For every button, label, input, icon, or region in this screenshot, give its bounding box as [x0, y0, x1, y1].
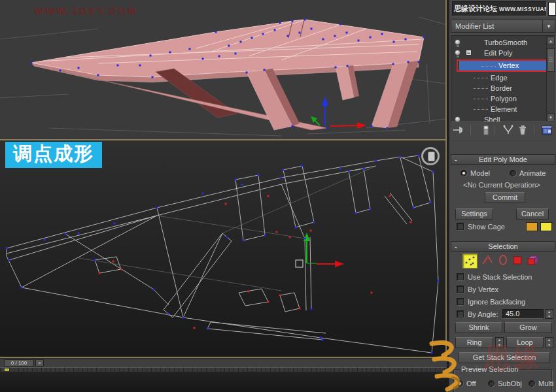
grow-button[interactable]: Grow [504, 322, 552, 333]
rollout-collapse-icon: - [455, 155, 457, 164]
track-bar[interactable] [0, 367, 447, 372]
by-angle-spinner[interactable]: ▲▼ [545, 309, 553, 319]
watermark-3dxy: WWW.3DXY.COM [34, 5, 138, 16]
commit-button[interactable]: Commit [485, 192, 525, 203]
3dsmax-screen: WWW.3DXY.COM [0, 0, 556, 392]
viewport-wireframe[interactable]: 调点成形 [0, 140, 447, 357]
time-slider-bar: 0 / 100 > [0, 358, 447, 367]
stack-item-border[interactable]: Border [451, 83, 547, 93]
shaded-model-svg [0, 0, 447, 139]
subobject-element-button[interactable] [525, 253, 540, 269]
radio-model[interactable] [460, 170, 467, 176]
rollout-collapse-icon: - [455, 242, 457, 251]
scroll-up-icon[interactable]: ▲ [547, 37, 555, 45]
radio-preview-multi[interactable] [529, 380, 535, 387]
stack-item-polygon[interactable]: Polygon [451, 93, 547, 104]
loop-spinner[interactable]: ▲▼ [545, 337, 553, 348]
object-color-swatch[interactable] [548, 2, 556, 16]
cage-color-swatch-2[interactable] [540, 222, 552, 231]
stack-item-element[interactable]: Element [451, 104, 547, 114]
border-icon [496, 253, 510, 267]
viewport-shaded[interactable]: WWW.3DXY.COM [0, 0, 447, 139]
cancel-button[interactable]: Cancel [516, 208, 549, 220]
subobject-polygon-button[interactable] [511, 253, 526, 269]
watermark-missyuan-cn: 思缘设计论坛 [454, 5, 497, 12]
polygon-icon [511, 253, 525, 267]
subobject-edge-button[interactable] [481, 253, 496, 269]
next-frame-button[interactable]: > [35, 359, 44, 367]
watermark-missyuan-en: WWW.MISSYUAN.COM [499, 6, 547, 12]
visibility-bulb-icon[interactable] [455, 39, 460, 45]
stack-item-edge[interactable]: Edge [451, 73, 547, 83]
show-cage-checkbox[interactable] [457, 223, 464, 230]
rollout-selection[interactable]: - Selection [451, 241, 555, 252]
visibility-bulb-icon[interactable] [455, 50, 460, 56]
by-angle-field[interactable]: 45.0 [502, 309, 544, 319]
viewport-record-button[interactable] [421, 147, 440, 165]
checkbox-by-vertex[interactable] [457, 286, 464, 293]
scroll-down-icon[interactable]: ▼ [547, 113, 555, 122]
edge-icon [481, 253, 495, 267]
dropdown-arrow-icon[interactable]: ▼ [542, 20, 555, 33]
status-area [0, 372, 449, 392]
checkbox-by-angle[interactable] [457, 310, 464, 318]
radio-preview-subobj[interactable] [488, 380, 495, 387]
wireframe-model-svg [0, 140, 447, 357]
rollout-edit-poly-mode[interactable]: - Edit Poly Mode [451, 154, 555, 165]
panel-divider [449, 140, 556, 141]
configure-modifier-sets-icon[interactable] [540, 124, 553, 137]
element-icon [525, 253, 540, 267]
remove-modifier-icon[interactable] [516, 124, 529, 137]
scrollbar-thumb[interactable] [547, 48, 555, 72]
track-bar-marker [5, 368, 9, 371]
modifier-stack: TurboSmooth − Edit Poly Vertex Edge Bord… [451, 35, 555, 122]
watermark-orange-logo [424, 338, 464, 392]
subobject-border-button[interactable] [496, 253, 512, 269]
subobject-vertex-button[interactable] [462, 253, 478, 269]
command-panel: 思缘设计论坛 WWW.MISSYUAN.COM Modifier List ▼ … [449, 0, 556, 392]
object-name-field[interactable]: 思缘设计论坛 WWW.MISSYUAN.COM [452, 1, 547, 16]
visibility-bulb-icon[interactable] [455, 116, 460, 122]
radio-animate[interactable] [510, 170, 516, 176]
viewport-annotation-label: 调点成形 [5, 142, 102, 168]
modifier-list-dropdown[interactable]: Modifier List [451, 20, 555, 33]
vertex-icon [463, 254, 477, 268]
watermark-red-ghost: 思缘 [484, 340, 542, 376]
stack-toolbar [449, 124, 556, 138]
shrink-button[interactable]: Shrink [455, 322, 502, 333]
show-end-result-icon[interactable] [479, 124, 493, 137]
stack-item-edit-poly[interactable]: − Edit Poly [451, 48, 547, 58]
red-highlight-annotation [457, 59, 549, 72]
cage-color-swatch-1[interactable] [526, 222, 538, 231]
settings-button[interactable]: Settings [455, 208, 493, 220]
pin-stack-icon[interactable] [452, 124, 465, 137]
time-slider[interactable]: 0 / 100 [4, 359, 34, 367]
operation-status: <No Current Operation> [449, 181, 554, 189]
collapse-toggle-icon[interactable]: − [466, 50, 472, 56]
active-viewport-border-right [445, 0, 447, 371]
stack-scrollbar[interactable]: ▲ ▼ [546, 37, 554, 122]
make-unique-icon[interactable] [502, 124, 515, 137]
checkbox-use-stack-selection[interactable] [457, 273, 464, 280]
checkbox-ignore-backfacing[interactable] [457, 298, 464, 305]
stack-item-shell[interactable]: Shell [451, 114, 547, 122]
stack-item-turbosmooth[interactable]: TurboSmooth [451, 37, 547, 48]
